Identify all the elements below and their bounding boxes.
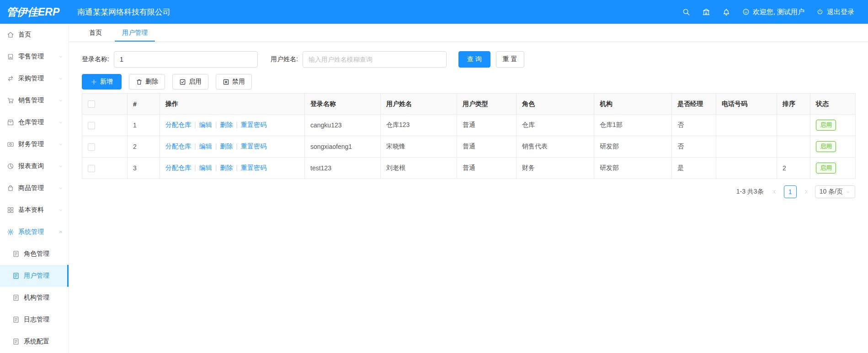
x-square-icon [223, 79, 229, 85]
select-all-checkbox[interactable] [88, 100, 95, 108]
sidebar-item-user-management[interactable]: 用户管理 [0, 265, 69, 287]
assign-warehouse-link[interactable]: 分配仓库 [165, 142, 191, 150]
chevron-down-icon [59, 120, 63, 125]
home-building-icon[interactable] [702, 8, 710, 16]
cell-name: 仓库123 [381, 115, 457, 136]
status-badge: 启用 [816, 163, 836, 174]
sidebar-item-retail[interactable]: 零售管理 [0, 46, 69, 68]
document-icon [12, 316, 20, 323]
cell-role: 销售代表 [517, 136, 594, 158]
sidebar-item-system-config[interactable]: 系统配置 [0, 331, 69, 353]
reset-button[interactable]: 重 置 [496, 51, 524, 68]
enable-button[interactable]: 启用 [172, 74, 208, 90]
chevron-down-icon [59, 76, 63, 81]
reset-password-link[interactable]: 重置密码 [241, 142, 266, 150]
disable-button-label: 禁用 [232, 78, 245, 86]
sidebar-item-reports[interactable]: 报表查询 [0, 155, 69, 177]
tab-bar: 首页 用户管理 [69, 24, 868, 42]
edit-link[interactable]: 编辑 [199, 164, 212, 171]
cell-org: 研发部 [594, 158, 672, 179]
cell-org: 仓库1部 [594, 115, 672, 136]
check-square-icon [179, 79, 186, 85]
link-separator: | [236, 164, 238, 171]
user-name-input[interactable] [303, 51, 447, 68]
col-user-name: 用户姓名 [381, 94, 457, 115]
sidebar-item-sales[interactable]: 销售管理 [0, 90, 69, 111]
add-button[interactable]: 新增 [82, 74, 122, 90]
sidebar-item-purchase[interactable]: 采购管理 [0, 68, 69, 90]
top-header: 管伊佳ERP 南通某某网络科技有限公司 欢迎您, 测试用户 退出登录 [0, 0, 868, 24]
row-checkbox[interactable] [88, 165, 95, 172]
page-size-value: 10 条/页 [820, 188, 843, 196]
cell-login: songxiaofeng1 [305, 136, 381, 158]
company-name: 南通某某网络科技有限公司 [77, 7, 170, 17]
prev-page-button[interactable] [769, 185, 780, 198]
cell-sort: 2 [777, 158, 810, 179]
sidebar-item-label: 首页 [18, 31, 31, 39]
reset-password-link[interactable]: 重置密码 [241, 164, 266, 171]
reset-password-link[interactable]: 重置密码 [241, 121, 266, 128]
page-number-button[interactable]: 1 [784, 185, 797, 198]
logout-button[interactable]: 退出登录 [816, 8, 854, 16]
trash-icon [136, 79, 143, 85]
login-name-input[interactable] [114, 51, 258, 68]
sidebar-item-label: 角色管理 [24, 250, 49, 258]
disable-button[interactable]: 禁用 [216, 74, 252, 90]
bell-icon[interactable] [722, 8, 730, 16]
search-icon[interactable] [682, 8, 690, 16]
chevron-up-icon [59, 230, 63, 234]
assign-warehouse-link[interactable]: 分配仓库 [165, 164, 191, 171]
chevron-down-icon [59, 208, 63, 212]
chevron-down-icon [59, 186, 63, 190]
sidebar-item-system[interactable]: 系统管理 [0, 221, 69, 243]
row-checkbox[interactable] [88, 143, 95, 151]
table-header-row: # 操作 登录名称 用户姓名 用户类型 角色 机构 是否经理 电话号码 排序 状… [82, 94, 856, 115]
warehouse-icon [7, 119, 14, 126]
document-icon [12, 338, 20, 345]
delete-link[interactable]: 删除 [220, 142, 233, 150]
cell-checkbox [82, 136, 128, 158]
sidebar-item-warehouse[interactable]: 仓库管理 [0, 111, 69, 133]
delete-link[interactable]: 删除 [220, 164, 233, 171]
sidebar-item-log-management[interactable]: 日志管理 [0, 309, 69, 331]
col-index: # [128, 94, 160, 115]
sidebar-item-basic-data[interactable]: 基本资料 [0, 199, 69, 221]
sidebar-item-label: 销售管理 [18, 96, 44, 105]
sidebar-item-label: 日志管理 [24, 316, 49, 324]
sidebar-item-role-management[interactable]: 角色管理 [0, 243, 69, 265]
assign-warehouse-link[interactable]: 分配仓库 [165, 121, 191, 128]
col-actions: 操作 [160, 94, 305, 115]
app-logo: 管伊佳ERP [0, 5, 69, 19]
sidebar-item-finance[interactable]: 财务管理 [0, 133, 69, 155]
cell-role: 仓库 [517, 115, 594, 136]
page-size-select[interactable]: 10 条/页 [815, 185, 855, 198]
edit-link[interactable]: 编辑 [199, 142, 212, 150]
delete-button[interactable]: 删除 [129, 74, 165, 90]
sidebar-item-goods[interactable]: 商品管理 [0, 177, 69, 199]
sidebar-item-label: 仓库管理 [18, 118, 44, 126]
users-table: # 操作 登录名称 用户姓名 用户类型 角色 机构 是否经理 电话号码 排序 状… [82, 93, 856, 179]
cell-status: 启用 [810, 115, 856, 136]
welcome-user[interactable]: 欢迎您, 测试用户 [742, 8, 804, 16]
goods-icon [7, 184, 14, 192]
next-page-button[interactable] [800, 185, 811, 198]
table-row: 3 分配仓库|编辑|删除|重置密码 test123 刘老根 普通 财务 研发部 … [82, 158, 856, 179]
purchase-icon [7, 75, 14, 82]
edit-link[interactable]: 编辑 [199, 121, 212, 128]
tab-home[interactable]: 首页 [82, 24, 109, 42]
welcome-text: 欢迎您, 测试用户 [753, 8, 804, 16]
cell-actions: 分配仓库|编辑|删除|重置密码 [160, 158, 305, 179]
col-is-manager: 是否经理 [672, 94, 716, 115]
chevron-left-icon [772, 189, 777, 195]
search-button[interactable]: 查 询 [458, 51, 490, 68]
tab-user-management[interactable]: 用户管理 [115, 24, 155, 42]
retail-icon [7, 53, 14, 60]
sidebar-item-org-management[interactable]: 机构管理 [0, 287, 69, 309]
sidebar-item-home[interactable]: 首页 [0, 24, 69, 46]
sidebar-item-label: 报表查询 [18, 162, 44, 170]
select-all-header [82, 94, 128, 115]
row-checkbox[interactable] [88, 122, 95, 129]
col-org: 机构 [594, 94, 672, 115]
col-user-type: 用户类型 [457, 94, 517, 115]
delete-link[interactable]: 删除 [220, 121, 233, 128]
